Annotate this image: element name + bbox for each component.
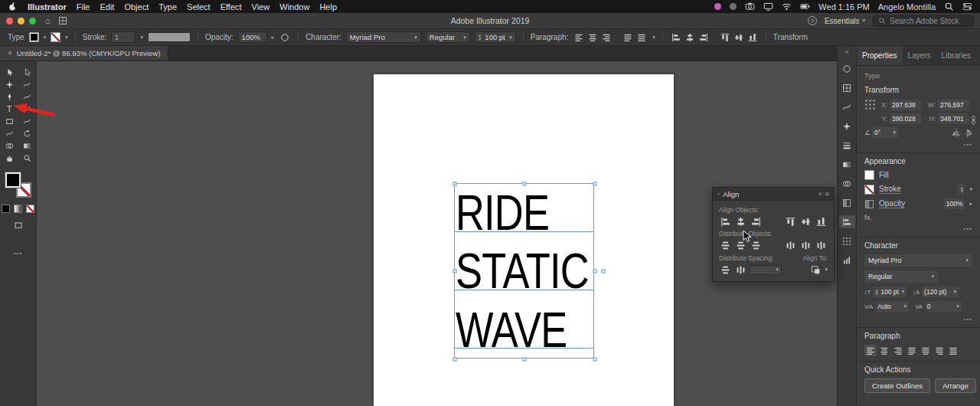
dock-collapse-icon[interactable]: « xyxy=(844,48,848,56)
menu-edit[interactable]: Edit xyxy=(100,2,114,11)
distribute-right-button[interactable] xyxy=(815,240,828,250)
align-right-button[interactable] xyxy=(697,31,710,43)
appearance-more-icon[interactable]: ••• xyxy=(864,225,972,232)
align-vertical-center-button[interactable] xyxy=(799,216,812,227)
distribute-horizontal-center-button[interactable] xyxy=(799,240,812,250)
toolbar-more-icon[interactable]: ••• xyxy=(14,250,22,257)
width-input[interactable]: 276.597 xyxy=(938,100,969,110)
stroke-color-swatch[interactable] xyxy=(51,32,60,42)
transform-link[interactable]: Transform xyxy=(773,33,808,41)
camera-icon[interactable] xyxy=(745,2,755,11)
window-minimize-button[interactable] xyxy=(18,18,24,25)
tab-properties[interactable]: Properties xyxy=(857,46,903,65)
flip-horizontal-icon[interactable] xyxy=(951,128,961,138)
chevron-down-icon[interactable]: ▾ xyxy=(44,34,47,41)
align-text-center-button[interactable] xyxy=(878,345,890,356)
arrange-button[interactable]: Arrange xyxy=(935,378,976,393)
stroke-weight-input[interactable]: ▴▾ xyxy=(111,31,136,43)
workspace-grid-icon[interactable] xyxy=(58,16,67,25)
stroke-swatch[interactable] xyxy=(864,185,874,195)
menu-object[interactable]: Object xyxy=(124,2,149,11)
distribute-top-button[interactable] xyxy=(719,240,732,250)
tab-libraries[interactable]: Libraries xyxy=(936,46,976,65)
zoom-tool[interactable] xyxy=(19,152,34,163)
direct-selection-tool[interactable] xyxy=(19,67,34,77)
transparency-panel-icon[interactable] xyxy=(839,177,855,190)
align-text-right-button[interactable] xyxy=(600,31,612,43)
stroke-panel-icon[interactable] xyxy=(839,139,855,152)
selection-handle[interactable] xyxy=(593,358,597,362)
leading-input[interactable]: (120 pt)▾ xyxy=(922,286,959,297)
workspace-switcher[interactable]: Essentials ▾ xyxy=(825,17,865,25)
color-panel-icon[interactable] xyxy=(839,62,855,75)
home-icon[interactable]: ⌂ xyxy=(45,16,51,25)
fill-indicator[interactable] xyxy=(5,172,21,188)
type-tool[interactable]: T xyxy=(2,103,17,114)
transform-more-icon[interactable]: ••• xyxy=(864,141,972,148)
font-style-select[interactable]: Regular▾ xyxy=(426,31,470,43)
graph-panel-icon[interactable] xyxy=(839,254,855,267)
chevron-down-icon[interactable]: ▾ xyxy=(825,267,828,273)
magic-wand-tool[interactable] xyxy=(2,79,17,90)
rotation-select[interactable]: 0°▾ xyxy=(872,127,898,138)
horizontal-distribute-space-button[interactable] xyxy=(734,264,747,275)
artwork-text[interactable]: RIDE STATIC WAVE xyxy=(456,184,612,359)
align-left-button[interactable] xyxy=(670,31,682,43)
justify-text-left-button[interactable] xyxy=(906,345,918,356)
distribute-left-button[interactable] xyxy=(784,240,797,250)
menu-effect[interactable]: Effect xyxy=(220,2,242,11)
align-horizontal-center-button[interactable] xyxy=(734,216,747,227)
menubar-user[interactable]: Angelo Montilla xyxy=(878,2,936,11)
tab-close-icon[interactable]: × xyxy=(8,49,12,57)
menu-window[interactable]: Window xyxy=(279,2,309,11)
opacity-input[interactable]: 100% xyxy=(944,198,965,209)
font-family-select[interactable]: Myriad Pro▾ xyxy=(864,254,972,267)
create-outlines-button[interactable]: Create Outlines xyxy=(864,378,930,393)
chevron-right-icon[interactable]: ▸ xyxy=(969,201,972,207)
document-tab[interactable]: × Untitled-2* @ 86.93% (CMYK/GPU Preview… xyxy=(0,46,168,61)
brush-definition-dropdown[interactable] xyxy=(148,32,191,42)
font-style-select[interactable]: Regular▾ xyxy=(864,270,938,283)
font-family-select[interactable]: Myriad Pro▾ xyxy=(346,31,421,43)
chevron-down-icon[interactable]: ▾ xyxy=(65,34,68,41)
status-dot-icon[interactable] xyxy=(730,3,737,10)
stock-search-input[interactable]: Search Adobe Stock xyxy=(873,15,974,27)
align-text-center-button[interactable] xyxy=(586,31,599,43)
y-input[interactable]: 390.028 xyxy=(890,113,921,124)
justify-text-left-button[interactable] xyxy=(622,31,634,43)
fill-swatch[interactable] xyxy=(864,170,874,180)
align-vertical-center-button[interactable] xyxy=(733,31,745,43)
display-icon[interactable] xyxy=(763,2,773,11)
selection-handle[interactable] xyxy=(453,270,457,273)
align-top-button[interactable] xyxy=(719,31,731,43)
justify-text-all-button[interactable] xyxy=(635,31,648,43)
menu-help[interactable]: Help xyxy=(319,2,337,11)
spacing-value-select[interactable]: ▾ xyxy=(750,265,782,275)
paintbrush-tool[interactable] xyxy=(19,116,34,126)
align-horizontal-center-button[interactable] xyxy=(684,31,696,43)
constrain-proportions-icon[interactable] xyxy=(969,111,978,129)
panel-menu-icon[interactable]: ≡ xyxy=(825,190,829,198)
panel-collapse-icon[interactable]: » xyxy=(818,190,822,198)
pencil-tool[interactable] xyxy=(2,128,17,139)
selection-handle[interactable] xyxy=(453,358,457,362)
help-icon[interactable]: ? xyxy=(808,16,817,25)
window-close-button[interactable] xyxy=(6,18,13,25)
swatches-panel-icon[interactable] xyxy=(839,81,855,94)
opacity-input[interactable]: 100% xyxy=(238,31,267,43)
hand-tool[interactable] xyxy=(2,152,17,163)
recolor-artwork-icon[interactable] xyxy=(279,31,291,43)
rotate-tool[interactable] xyxy=(19,128,34,139)
window-zoom-button[interactable] xyxy=(29,18,36,25)
battery-icon[interactable] xyxy=(800,2,810,11)
spotlight-search-icon[interactable] xyxy=(944,2,954,11)
character-more-icon[interactable]: ••• xyxy=(864,316,972,323)
chevron-right-icon[interactable]: ▸ xyxy=(272,34,275,41)
transform-panel-icon[interactable] xyxy=(839,234,855,247)
line-segment-tool[interactable] xyxy=(19,103,34,114)
menu-select[interactable]: Select xyxy=(187,2,211,11)
x-input[interactable]: 297.638 xyxy=(890,100,921,110)
curvature-tool[interactable] xyxy=(19,91,34,102)
stroke-label[interactable]: Stroke xyxy=(879,185,901,194)
lasso-tool[interactable] xyxy=(19,79,34,90)
